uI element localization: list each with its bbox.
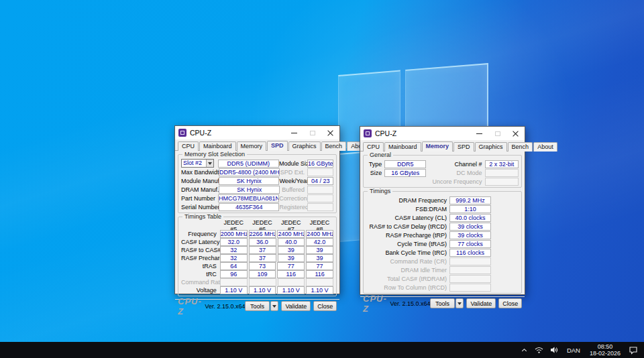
close-button[interactable] bbox=[506, 127, 525, 140]
clock[interactable]: 08:50 18-02-2026 bbox=[585, 343, 625, 357]
action-center-button[interactable] bbox=[625, 342, 641, 358]
group-title: Memory Slot Selection bbox=[182, 151, 247, 158]
tab-spd[interactable]: SPD bbox=[453, 142, 474, 152]
titlebar[interactable]: CPU-Z bbox=[175, 126, 339, 139]
row-label: Voltage bbox=[181, 287, 219, 294]
row-label: CAS# Latency bbox=[181, 239, 219, 245]
tools-button[interactable]: Tools bbox=[430, 298, 454, 308]
network-button[interactable] bbox=[531, 342, 547, 358]
trc-field: 116 clocks bbox=[449, 249, 491, 257]
row-label: tRAS bbox=[181, 263, 219, 270]
spd-ext-field bbox=[307, 168, 333, 176]
voltage-cell: 1.10 V bbox=[220, 286, 248, 294]
tras-field: 77 clocks bbox=[449, 240, 491, 248]
cas-latency-field: 40.0 clocks bbox=[449, 214, 491, 222]
chevron-up-icon bbox=[521, 347, 528, 354]
volume-button[interactable] bbox=[547, 342, 562, 358]
window-title: CPU-Z bbox=[190, 129, 285, 137]
show-hidden-icons-button[interactable] bbox=[517, 342, 531, 358]
chevron-down-icon bbox=[458, 302, 462, 305]
general-group: General Type DDR5 Channel # 2 x 32-bit S… bbox=[363, 155, 522, 188]
tab-bar: CPU Mainboard Memory SPD Graphics Bench … bbox=[175, 139, 339, 151]
command-rate-cell bbox=[306, 278, 333, 286]
language-indicator[interactable]: DAN bbox=[562, 347, 585, 354]
cpuz-logo: CPU-Z bbox=[178, 296, 202, 316]
cas-latency-cell: 40.0 bbox=[278, 238, 305, 246]
tras-cell: 77 bbox=[306, 262, 333, 270]
screen: CPU-Z CPU Mainboard Memory SPD Graphics … bbox=[0, 0, 644, 358]
voltage-cell: 1.10 V bbox=[249, 286, 276, 294]
field-label: Module Manuf. bbox=[181, 178, 219, 184]
cpuz-app-icon bbox=[364, 129, 372, 137]
tab-bench[interactable]: Bench bbox=[508, 142, 533, 152]
voltage-cell: 1.10 V bbox=[306, 286, 333, 294]
field-label: Max Bandwidth bbox=[181, 169, 219, 176]
minimize-icon bbox=[291, 133, 297, 133]
minimize-button[interactable] bbox=[470, 127, 488, 140]
close-window-button[interactable]: Close bbox=[313, 301, 337, 311]
week-year-field: 04 / 23 bbox=[307, 177, 333, 185]
tab-graphics[interactable]: Graphics bbox=[475, 142, 507, 152]
field-label: Uncore Frequency bbox=[426, 178, 484, 185]
maximize-button bbox=[303, 126, 321, 139]
registered-field bbox=[307, 203, 333, 211]
tab-cpu[interactable]: CPU bbox=[178, 141, 199, 151]
command-rate-cell bbox=[278, 278, 305, 286]
field-label: Serial Number bbox=[181, 204, 219, 211]
action-center-icon bbox=[629, 346, 638, 355]
tools-dropdown-button[interactable] bbox=[270, 301, 279, 311]
validate-button[interactable]: Validate bbox=[466, 298, 496, 308]
tab-bar: CPU Mainboard Memory SPD Graphics Bench … bbox=[360, 140, 525, 152]
titlebar[interactable]: CPU-Z bbox=[360, 127, 525, 140]
serial-number-field: 4635F364 bbox=[219, 203, 279, 211]
field-label: Module Size bbox=[279, 160, 307, 167]
tab-memory[interactable]: Memory bbox=[422, 141, 453, 152]
ras-to-cas-cell: 32 bbox=[220, 246, 248, 254]
channel-field: 2 x 32-bit bbox=[485, 160, 519, 168]
tab-bench[interactable]: Bench bbox=[321, 141, 347, 151]
field-label: RAS# Precharge (tRP) bbox=[366, 232, 449, 239]
tab-graphics[interactable]: Graphics bbox=[288, 141, 321, 151]
group-title: Timings Table bbox=[182, 213, 223, 220]
field-label: CAS# Latency (CL) bbox=[366, 215, 449, 221]
ras-precharge-cell: 39 bbox=[306, 254, 333, 262]
tab-mainboard[interactable]: Mainboard bbox=[384, 142, 421, 152]
field-label: Cycle Time (tRAS) bbox=[366, 241, 449, 247]
trp-field: 39 clocks bbox=[449, 231, 491, 239]
row-label: RAS# Precharge bbox=[181, 255, 219, 261]
command-rate-cell bbox=[249, 278, 276, 286]
ras-to-cas-cell: 37 bbox=[249, 246, 276, 254]
memory-type-field: DDR5 bbox=[384, 160, 426, 168]
tab-memory[interactable]: Memory bbox=[237, 141, 267, 151]
tab-about[interactable]: About bbox=[533, 142, 557, 152]
system-tray: DAN 08:50 18-02-2026 bbox=[517, 342, 641, 358]
close-button[interactable] bbox=[321, 126, 339, 139]
taskbar: DAN 08:50 18-02-2026 bbox=[0, 342, 644, 358]
tab-cpu[interactable]: CPU bbox=[363, 142, 384, 152]
field-label: Total CAS# (tRDRAM) bbox=[366, 276, 449, 282]
maximize-button bbox=[488, 127, 506, 140]
wifi-icon bbox=[535, 346, 543, 354]
tras-cell: 64 bbox=[220, 262, 248, 270]
validate-button[interactable]: Validate bbox=[281, 301, 311, 311]
dropdown-button[interactable] bbox=[206, 160, 213, 167]
close-window-button[interactable]: Close bbox=[498, 298, 522, 308]
command-rate-cell bbox=[220, 278, 248, 286]
clock-time: 08:50 bbox=[590, 343, 621, 350]
trc-cell: 116 bbox=[306, 270, 333, 278]
field-label: FSB:DRAM bbox=[366, 206, 449, 213]
tools-dropdown-button[interactable] bbox=[455, 298, 464, 308]
close-icon bbox=[513, 131, 519, 137]
tools-button[interactable]: Tools bbox=[245, 301, 269, 311]
minimize-button[interactable] bbox=[285, 126, 303, 139]
slot-select-dropdown[interactable]: Slot #2 bbox=[181, 159, 214, 168]
minimize-icon bbox=[476, 133, 482, 134]
field-label: Command Rate (CR) bbox=[366, 258, 449, 265]
max-bandwidth-field: DDR5-4800 (2400 MHz) bbox=[219, 168, 280, 176]
row-label: tRC bbox=[181, 271, 219, 278]
chevron-down-icon bbox=[208, 162, 212, 165]
cpuz-app-icon bbox=[178, 129, 186, 137]
tab-spd[interactable]: SPD bbox=[267, 141, 288, 151]
module-size-field: 16 GBytes bbox=[307, 160, 333, 168]
tab-mainboard[interactable]: Mainboard bbox=[199, 141, 236, 151]
